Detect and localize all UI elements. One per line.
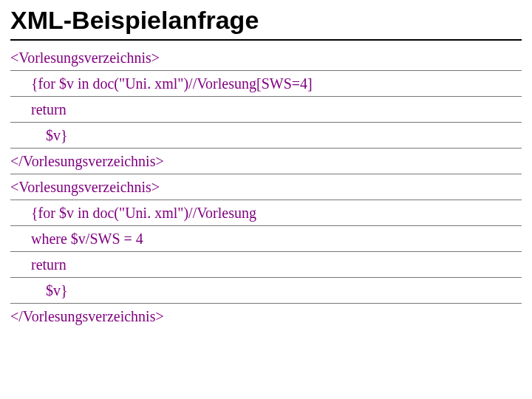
slide-container: XML-Beispielanfrage <Vorlesungsverzeichn…: [0, 0, 532, 339]
code-line: <Vorlesungsverzeichnis>: [10, 174, 522, 200]
code-line: </Vorlesungsverzeichnis>: [10, 304, 522, 329]
code-line: where $v/SWS = 4: [10, 226, 522, 252]
title-divider: [10, 39, 522, 41]
code-line: </Vorlesungsverzeichnis>: [10, 149, 522, 174]
code-line: {for $v in doc("Uni. xml")//Vorlesung[SW…: [10, 71, 522, 97]
page-title: XML-Beispielanfrage: [10, 6, 522, 35]
code-line: $v}: [10, 278, 522, 304]
code-line: return: [10, 252, 522, 278]
code-line: <Vorlesungsverzeichnis>: [10, 45, 522, 71]
code-line: return: [10, 97, 522, 123]
code-line: $v}: [10, 123, 522, 149]
code-line: {for $v in doc("Uni. xml")//Vorlesung: [10, 200, 522, 226]
